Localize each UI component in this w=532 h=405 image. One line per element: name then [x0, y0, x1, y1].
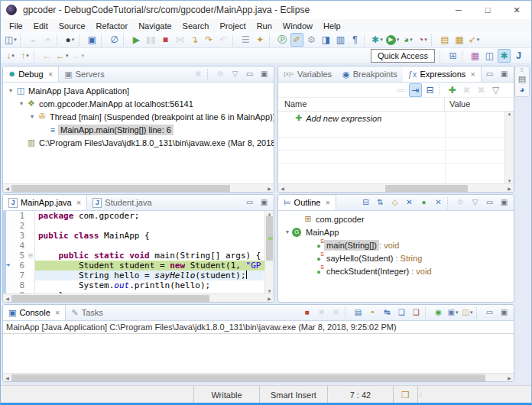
outline-item[interactable]: ▾GMainApp — [278, 225, 514, 238]
dropdown-arrow-icon[interactable]: ▾ — [424, 37, 427, 43]
editor-hscrollbar[interactable]: ◀ ▶ — [3, 293, 274, 302]
code-line[interactable]: 9 } — [3, 290, 264, 293]
code-line[interactable]: 7 String hello = sayHello(student); — [3, 271, 264, 280]
code-line[interactable]: 4 — [3, 241, 264, 251]
hide-non-public-icon[interactable]: ● — [417, 196, 430, 209]
pin-console-icon[interactable]: ◉ — [432, 306, 445, 319]
chevron-down-icon[interactable]: ▾ — [28, 113, 37, 120]
scroll-right-icon[interactable]: ▶ — [505, 375, 514, 381]
chevron-down-icon[interactable]: ▾ — [283, 228, 292, 235]
menu-navigate[interactable]: Navigate — [133, 21, 177, 31]
menu-file[interactable]: File — [4, 21, 28, 31]
code-line[interactable]: 2 — [3, 221, 264, 231]
tab-console[interactable]: ▣ Console ✕ — [3, 305, 66, 320]
close-icon[interactable]: ✕ — [76, 199, 82, 206]
tab-variables[interactable]: (x)= Variables — [278, 66, 337, 82]
terminate-icon[interactable]: ■ — [159, 33, 172, 47]
show-stderr-icon[interactable]: ❑ — [410, 306, 423, 319]
dropdown-arrow-icon[interactable]: ▾ — [14, 37, 17, 43]
breakpoint-gutter[interactable] — [3, 280, 13, 290]
menu-source[interactable]: Source — [54, 21, 91, 31]
scroll-right-icon[interactable]: ▶ — [265, 186, 274, 191]
tab-student-java[interactable]: J Student.java — [87, 195, 157, 210]
column-header-name[interactable]: Name — [278, 98, 445, 111]
menu-project[interactable]: Project — [214, 21, 251, 31]
dropdown-arrow-icon[interactable]: ▾ — [72, 37, 75, 43]
clear-console-icon[interactable]: ▤ — [352, 306, 365, 319]
drop-to-frame-icon[interactable]: ☰ — [239, 33, 252, 47]
close-icon[interactable]: ✕ — [470, 71, 475, 78]
scroll-up-icon[interactable]: ▲ — [265, 211, 274, 216]
outline-item[interactable]: ⊞com.gpcoder — [278, 212, 514, 225]
open-perspective-icon[interactable]: ⊞ — [446, 49, 459, 63]
minimize-button[interactable]: ─ — [444, 1, 473, 19]
view-menu-icon[interactable]: ▽ — [229, 67, 242, 81]
menu-help[interactable]: Help — [318, 21, 346, 31]
dropdown-arrow-icon[interactable]: ▾ — [26, 53, 29, 59]
column-header-value[interactable]: Value — [445, 98, 470, 111]
display-console-icon[interactable]: ▣▾ — [446, 306, 459, 319]
menu-window[interactable]: Window — [277, 21, 318, 31]
drag-handle[interactable]: ⠿ — [520, 67, 524, 73]
maximize-icon[interactable]: ▣ — [498, 67, 511, 81]
scroll-down-icon[interactable]: ▼ — [505, 179, 514, 183]
fold-collapse-icon[interactable]: ⊟ — [27, 251, 35, 261]
code-line[interactable]: ➜6 Student student = new Student(1, "GP … — [3, 261, 264, 271]
breakpoint-gutter[interactable] — [3, 271, 13, 280]
tab-breakpoints[interactable]: ◉ Breakpoints — [337, 66, 403, 82]
dropdown-arrow-icon[interactable]: ▾ — [380, 37, 383, 43]
debug-tree-item[interactable]: ▥C:\Program Files\Java\jdk1.8.0_131\bin\… — [3, 136, 274, 149]
dropdown-arrow-icon[interactable]: ▾ — [456, 309, 459, 316]
close-icon[interactable]: ✕ — [55, 309, 60, 316]
view-menu-icon[interactable]: ▽ — [489, 83, 502, 97]
hide-local-types-icon[interactable]: ✕ — [432, 196, 445, 209]
hide-fields-icon[interactable]: ◇ — [388, 196, 401, 209]
outline-item[interactable]: ●ScheckStudent(Integer) : void — [278, 264, 514, 277]
last-edit-location-icon[interactable]: ← — [41, 49, 54, 63]
breakpoint-gutter[interactable] — [3, 221, 13, 231]
menu-search[interactable]: Search — [177, 21, 215, 31]
code-line[interactable]: 8 System.out.println(hello); — [3, 280, 264, 290]
back-icon[interactable]: ←▾ — [55, 49, 70, 63]
scroll-right-icon[interactable]: ▶ — [265, 296, 274, 301]
insert-mode-status[interactable]: Smart Insert — [259, 386, 327, 403]
open-artifact-icon[interactable]: ▤ — [438, 33, 451, 47]
word-wrap-icon[interactable]: ↹ — [381, 306, 394, 319]
code-line[interactable]: 1package com.gpcoder; — [3, 211, 264, 221]
add-expression-icon[interactable]: ✚ — [446, 83, 459, 97]
editor-vscrollbar[interactable]: ▲ ▼ — [264, 211, 274, 293]
notification-icon[interactable]: ❒ — [393, 386, 417, 403]
tab-outline[interactable]: ⊨ Outline ✕ — [278, 195, 336, 210]
collapse-all-icon[interactable]: ⊟ — [423, 83, 436, 97]
mark-occurrences-icon[interactable]: ✐ — [290, 33, 303, 47]
maximize-button[interactable]: □ — [473, 1, 502, 19]
close-icon[interactable]: ✕ — [325, 199, 330, 206]
tab-tasks[interactable]: ✎ Tasks — [66, 305, 108, 320]
scroll-left-icon[interactable]: ◀ — [3, 375, 11, 381]
skip-all-breakpoints-icon[interactable]: ∅ — [108, 33, 121, 47]
coverage-launch-icon[interactable]: ◕▾ — [401, 33, 414, 47]
tab-mainapp-java[interactable]: J MainApp.java ✕ — [3, 195, 87, 210]
debug-tree-item[interactable]: ▾❖com.gpcoder.MainApp at localhost:56141 — [3, 97, 274, 110]
view-menu-icon[interactable]: ▽ — [469, 196, 482, 209]
new-wizard-icon[interactable]: ◫▾ — [4, 33, 18, 47]
collapse-all-icon[interactable]: ⊟ — [359, 196, 372, 209]
previous-annotation-icon[interactable]: ↑▾ — [18, 49, 31, 63]
dropdown-arrow-icon[interactable]: ▾ — [477, 37, 480, 43]
show-logical-structure-icon[interactable]: ⇥ — [409, 83, 422, 97]
code-line[interactable]: 3public class MainApp { — [3, 231, 264, 241]
outline-item[interactable]: ●Smain(String[]) : void — [278, 238, 514, 251]
debug-tree-item[interactable]: ≡MainApp.main(String[]) line: 6 — [3, 123, 274, 136]
outline-item[interactable]: ●SsayHello(Student) : String — [278, 251, 514, 264]
open-type-icon[interactable]: Ⓟ — [276, 33, 289, 47]
dropdown-arrow-icon[interactable]: ▾ — [11, 53, 15, 59]
expressions-hscrollbar[interactable]: ◀ ▶ — [278, 183, 514, 192]
menu-edit[interactable]: Edit — [28, 21, 54, 31]
resource-perspective-icon[interactable]: ◫ — [483, 49, 496, 63]
code-line[interactable]: 5⊟ public static void main(String[] args… — [3, 251, 264, 261]
step-into-icon[interactable]: ↴ — [188, 33, 201, 47]
menu-run[interactable]: Run — [251, 21, 277, 31]
sort-icon[interactable]: ⇅ — [374, 196, 387, 209]
resume-icon[interactable]: ▶ — [130, 33, 143, 47]
debug-tree-item[interactable]: ▾✇Thread [main] (Suspended (breakpoint a… — [3, 110, 274, 123]
